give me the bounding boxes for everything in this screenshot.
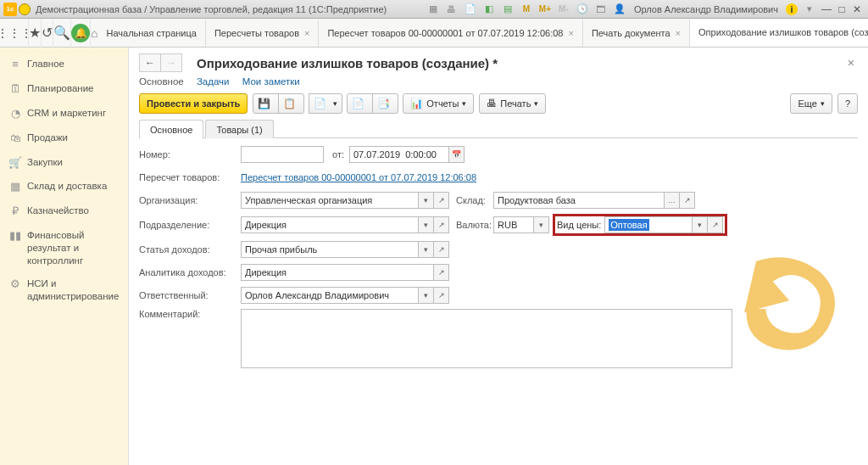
pie-icon: ◔ [8, 107, 22, 121]
sidebar-item-finance[interactable]: ▮▮Финансовый результат и контроллинг [0, 224, 128, 272]
subtab-main[interactable]: Основное [139, 76, 184, 87]
resp-input[interactable] [241, 287, 419, 304]
m-minus-icon[interactable]: M- [557, 3, 570, 16]
copy-button[interactable]: 📑 [372, 93, 398, 114]
close-tab-icon[interactable]: × [304, 28, 309, 38]
resp-label: Ответственный: [139, 290, 241, 300]
forward-button[interactable]: → [160, 53, 182, 72]
ruble-icon: ₽ [8, 204, 22, 219]
dropdown-icon[interactable] [19, 3, 31, 15]
tab-home[interactable]: Начальная страница [97, 20, 205, 47]
date-input[interactable] [349, 146, 449, 163]
user-icon: 👤 [613, 3, 626, 16]
sidebar-item-crm[interactable]: ◔CRM и маркетинг [0, 102, 128, 126]
close-icon[interactable]: ✕ [849, 3, 865, 16]
search-icon[interactable]: 🔍 [53, 19, 71, 48]
minimize-icon[interactable]: — [819, 3, 834, 16]
number-label: Номер: [139, 149, 241, 160]
open-icon[interactable]: ↗ [708, 216, 723, 233]
warehouse-input[interactable] [493, 192, 665, 209]
income-label: Статья доходов: [139, 244, 241, 255]
recount-link[interactable]: Пересчет товаров 00-00000001 от 07.07.20… [241, 172, 476, 182]
calendar-icon[interactable]: 📅 [449, 146, 465, 163]
help-button[interactable]: ? [837, 93, 858, 114]
home-icon[interactable]: ⌂ [91, 26, 97, 40]
currency-input[interactable] [493, 216, 534, 233]
print-icon[interactable]: 🖶 [445, 3, 459, 16]
save-button[interactable]: 💾 [253, 93, 279, 114]
income-input[interactable] [241, 241, 419, 258]
favorite-icon[interactable]: ★ [29, 19, 42, 48]
pricetype-label: Вид цены: [557, 220, 601, 230]
form-tabs: Основное Товары (1) [139, 119, 858, 138]
notifications-icon[interactable]: 🔔 [71, 19, 91, 48]
post-button[interactable]: 📋 [278, 93, 304, 114]
sidebar-item-planning[interactable]: 🗓Планирование [0, 77, 128, 102]
tab-recount-doc[interactable]: Пересчет товаров 00-00000001 от 07.07.20… [319, 20, 582, 47]
maximize-icon[interactable]: □ [834, 3, 849, 16]
sidebar-item-treasury[interactable]: ₽Казначейство [0, 199, 128, 224]
sidebar-item-warehouse[interactable]: ▦Склад и доставка [0, 175, 128, 199]
dropdown-icon[interactable]: ▾ [419, 241, 434, 258]
subtabs: Основное Задачи Мои заметки [129, 75, 868, 92]
chart-icon[interactable]: ◧ [482, 3, 496, 16]
select-icon[interactable]: … [665, 192, 680, 209]
close-doc-icon[interactable]: × [844, 53, 858, 73]
calc-icon[interactable]: ▤ [501, 3, 515, 16]
dropdown-icon[interactable]: ▾ [419, 192, 434, 209]
apps-icon[interactable]: ⋮⋮⋮ [0, 19, 29, 48]
sidebar-item-purchases[interactable]: 🛒Закупки [0, 151, 128, 176]
info-icon[interactable]: i [786, 3, 798, 15]
files-button[interactable]: 📄 [347, 93, 373, 114]
subtab-notes[interactable]: Мои заметки [242, 76, 300, 87]
formtab-main[interactable]: Основное [139, 120, 203, 138]
tab-recounts[interactable]: Пересчеты товаров× [206, 20, 320, 47]
caret-icon[interactable]: ▾ [803, 3, 816, 16]
analytics-input[interactable] [241, 264, 434, 281]
pricetype-input[interactable]: Оптовая [604, 216, 693, 233]
more-button[interactable]: Еще▾ [790, 93, 832, 114]
open-icon[interactable]: ↗ [434, 241, 449, 258]
reports-button[interactable]: 📊Отчеты▾ [403, 93, 474, 114]
dropdown-icon[interactable]: ▾ [419, 287, 434, 304]
close-tab-icon[interactable]: × [676, 28, 681, 38]
open-icon[interactable]: ↗ [680, 192, 695, 209]
bars-icon: ▮▮ [8, 229, 22, 244]
window-icon[interactable]: 🗔 [594, 3, 608, 16]
dropdown-icon[interactable]: ▾ [534, 216, 549, 233]
sidebar-item-sales[interactable]: 🛍Продажи [0, 126, 128, 151]
org-input[interactable] [241, 192, 419, 209]
post-and-close-button[interactable]: Провести и закрыть [139, 93, 248, 114]
history-toolbar-icon[interactable]: ↺ [42, 19, 53, 48]
window-title: Демонстрационная база / Управление торго… [36, 4, 387, 14]
tab-surplus[interactable]: Оприходование излишков товаров (создание… [690, 20, 868, 47]
open-icon[interactable]: ↗ [434, 287, 449, 304]
close-tab-icon[interactable]: × [568, 28, 573, 38]
number-input[interactable] [241, 146, 324, 163]
open-icon[interactable]: ↗ [434, 192, 449, 209]
subtab-tasks[interactable]: Задачи [197, 76, 230, 87]
dropdown-icon[interactable]: ▾ [693, 216, 708, 233]
comment-label: Комментарий: [139, 309, 241, 319]
open-icon[interactable]: ↗ [434, 216, 449, 233]
currency-label: Валюта: [449, 220, 493, 230]
formtab-goods[interactable]: Товары (1) [205, 120, 273, 138]
nav-icon[interactable]: ▦ [426, 3, 440, 16]
sidebar-item-admin[interactable]: ⚙НСИ и администрирование [0, 272, 128, 308]
print-button[interactable]: 🖶Печать▾ [479, 93, 546, 114]
m-icon[interactable]: M [520, 3, 533, 16]
history-icon[interactable]: 🕓 [576, 3, 589, 16]
back-button[interactable]: ← [139, 53, 161, 72]
sidebar-item-main[interactable]: ≡Главное [0, 53, 128, 77]
doc-icon[interactable]: 📄 [464, 3, 477, 16]
tab-print[interactable]: Печать документа× [583, 20, 690, 47]
main-toolbar: ⋮⋮⋮ ★ ↺ 🔍 🔔 ⌂ Начальная страница Пересче… [0, 19, 868, 48]
basis-button[interactable]: 📄▾ [309, 93, 342, 114]
printer-icon: 🖶 [487, 98, 497, 109]
dept-input[interactable] [241, 216, 419, 233]
gear-icon: ⚙ [8, 277, 22, 292]
comment-textarea[interactable] [241, 309, 732, 368]
dropdown-icon[interactable]: ▾ [419, 216, 434, 233]
open-icon[interactable]: ↗ [434, 264, 449, 281]
m-plus-icon[interactable]: M+ [538, 3, 552, 16]
